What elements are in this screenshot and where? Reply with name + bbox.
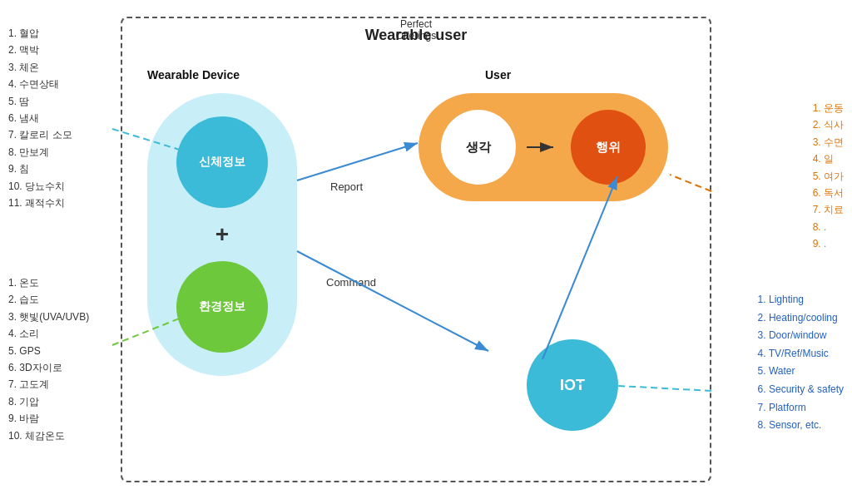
left-bottom-item-3: 3. 햇빛(UVA/UVB) — [8, 309, 89, 325]
right-bottom-item-8: 8. Sensor, etc. — [758, 417, 844, 435]
thought-action-arrow — [527, 135, 560, 160]
main-diagram: Wearable user Wearable Device 신체정보 + 환경정… — [121, 17, 711, 482]
device-oval: 신체정보 + 환경정보 — [147, 93, 297, 376]
right-bottom-item-6: 6. Security & safety — [758, 381, 844, 399]
report-label: Report — [330, 180, 363, 193]
left-top-item-2: 2. 맥박 — [8, 42, 72, 58]
left-top-item-7: 7. 칼로리 소모 — [8, 126, 72, 143]
left-bottom-item-4: 4. 소리 — [8, 325, 89, 342]
right-top-item-9: 9. . — [813, 235, 844, 252]
left-bottom-list: 1. 온도 2. 습도 3. 햇빛(UVA/UVB) 4. 소리 5. GPS … — [8, 274, 89, 444]
left-bottom-item-1: 1. 온도 — [8, 274, 89, 291]
left-top-item-8: 8. 만보계 — [8, 144, 72, 161]
left-top-item-11: 11. 괘적수치 — [8, 195, 72, 211]
right-top-item-2: 2. 식사 — [813, 116, 844, 133]
command-label: Command — [326, 276, 376, 289]
left-bottom-item-6: 6. 3D자이로 — [8, 359, 89, 376]
right-top-item-5: 5. 여가 — [813, 168, 844, 185]
diagram-title: Wearable user — [365, 27, 468, 44]
left-bottom-item-8: 8. 기압 — [8, 393, 89, 410]
right-top-item-1: 1. 운동 — [813, 100, 844, 116]
right-bottom-item-2: 2. Heating/cooling — [758, 309, 844, 328]
left-top-item-10: 10. 당뇨수치 — [8, 178, 72, 195]
plus-sign: + — [215, 221, 229, 248]
right-bottom-list: 1. Lighting 2. Heating/cooling 3. Door/w… — [758, 291, 844, 435]
left-top-item-3: 3. 체온 — [8, 59, 72, 76]
right-bottom-item-4: 4. TV/Ref/Music — [758, 345, 844, 363]
left-bottom-item-5: 5. GPS — [8, 343, 89, 359]
right-top-item-7: 7. 치료 — [813, 201, 844, 218]
env-info-circle: 환경정보 — [176, 261, 268, 353]
iot-circle: IOT — [527, 339, 618, 431]
body-info-circle: 신체정보 — [176, 116, 268, 208]
right-top-list: 1. 운동 2. 식사 3. 수면 4. 일 5. 여가 6. 독서 7. 치료… — [813, 100, 844, 253]
right-top-item-3: 3. 수면 — [813, 134, 844, 151]
wearable-device-section: Wearable Device 신체정보 + 환경정보 — [139, 68, 305, 401]
right-bottom-item-7: 7. Platform — [758, 399, 844, 418]
left-top-item-6: 6. 냄새 — [8, 110, 72, 126]
left-top-list: 1. 혈압 2. 맥박 3. 체온 4. 수면상태 5. 땀 6. 냄새 7. … — [8, 25, 72, 211]
left-top-item-5: 5. 땀 — [8, 93, 72, 110]
right-bottom-item-3: 3. Door/window — [758, 327, 844, 345]
user-section: User 생각 행위 — [419, 68, 685, 251]
user-label: User — [485, 68, 685, 82]
right-top-item-6: 6. 독서 — [813, 185, 844, 201]
left-bottom-item-7: 7. 고도계 — [8, 376, 89, 393]
left-top-item-4: 4. 수면상태 — [8, 76, 72, 92]
user-pill: 생각 행위 — [419, 93, 668, 201]
left-top-item-1: 1. 혈압 — [8, 25, 72, 42]
left-bottom-item-10: 10. 체감온도 — [8, 427, 89, 444]
svg-line-5 — [297, 143, 418, 180]
right-bottom-item-1: 1. Lighting — [758, 291, 844, 309]
left-bottom-item-9: 9. 바람 — [8, 410, 89, 427]
action-circle: 행위 — [571, 110, 646, 185]
right-top-item-8: 8. . — [813, 219, 844, 235]
left-bottom-item-2: 2. 습도 — [8, 291, 89, 308]
right-top-item-4: 4. 일 — [813, 151, 844, 167]
left-top-item-9: 9. 침 — [8, 161, 72, 177]
right-bottom-item-5: 5. Water — [758, 363, 844, 381]
wearable-device-label: Wearable Device — [147, 68, 305, 82]
svg-line-6 — [297, 251, 488, 351]
thought-circle: 생각 — [441, 110, 516, 185]
